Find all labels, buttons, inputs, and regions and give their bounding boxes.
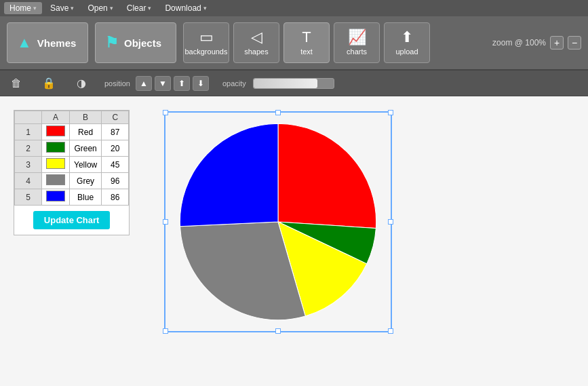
text-button[interactable]: T text — [283, 22, 330, 63]
col-header-a: A — [42, 111, 70, 124]
handle-middle-left[interactable] — [163, 219, 168, 225]
sub-toolbar: 🗑 🔒 ◑ position ▲ ▼ ⬆ ⬇ opacity — [0, 71, 588, 96]
menu-bar: Home ▾ Save ▾ Open ▾ Clear ▾ Download ▾ — [0, 0, 588, 16]
shapes-button[interactable]: ◁ shapes — [233, 22, 279, 63]
upload-icon: ⬆ — [401, 30, 413, 45]
pie-chart — [170, 117, 387, 327]
menu-save[interactable]: Save ▾ — [45, 2, 79, 14]
move-up-button[interactable]: ▲ — [136, 76, 152, 91]
opacity-label: opacity — [222, 79, 246, 88]
menu-open[interactable]: Open ▾ — [82, 2, 118, 14]
opacity-group: opacity — [222, 78, 334, 89]
col-header-b: B — [70, 111, 102, 124]
tool-buttons: ▭ backgrounds ◁ shapes T text 📈 charts ⬆… — [183, 22, 430, 63]
menu-home[interactable]: Home ▾ — [4, 2, 42, 14]
clear-arrow-icon: ▾ — [148, 5, 151, 12]
update-chart-button[interactable]: Update Chart — [33, 211, 111, 229]
data-table-container: A B C 1 Red 87 2 Green 20 3 Yellow 45 4 … — [14, 110, 130, 235]
label-cell[interactable]: Red — [70, 124, 102, 140]
delete-icon[interactable]: 🗑 — [7, 74, 26, 93]
zoom-label: zoom @ 100% — [492, 38, 546, 47]
handle-bottom-center[interactable] — [275, 328, 281, 334]
canvas-area[interactable]: A B C 1 Red 87 2 Green 20 3 Yellow 45 4 … — [0, 96, 588, 386]
color-swatch — [46, 142, 65, 153]
position-group: position ▲ ▼ ⬆ ⬇ — [104, 76, 209, 91]
label-cell[interactable]: Yellow — [70, 157, 102, 173]
save-arrow-icon: ▾ — [71, 5, 74, 12]
layers-icon[interactable]: ◑ — [72, 74, 91, 93]
backgrounds-button[interactable]: ▭ backgrounds — [183, 22, 229, 63]
shapes-icon: ◁ — [251, 30, 262, 45]
charts-button[interactable]: 📈 charts — [334, 22, 380, 63]
menu-download[interactable]: Download ▾ — [159, 2, 212, 14]
row-num: 2 — [15, 140, 42, 157]
backgrounds-icon: ▭ — [199, 30, 214, 45]
color-swatch — [46, 158, 65, 169]
color-swatch — [46, 191, 65, 201]
home-arrow-icon: ▾ — [33, 5, 37, 12]
main-content: A B C 1 Red 87 2 Green 20 3 Yellow 45 4 … — [0, 96, 588, 386]
col-header-empty — [15, 111, 42, 124]
value-cell[interactable]: 87 — [102, 124, 129, 140]
chart-container[interactable] — [170, 117, 387, 327]
value-cell[interactable]: 86 — [102, 189, 129, 206]
col-header-c: C — [102, 111, 129, 124]
zoom-area: zoom @ 100% + − — [492, 36, 581, 50]
download-arrow-icon: ▾ — [203, 5, 207, 12]
color-swatch — [46, 126, 65, 136]
menu-clear[interactable]: Clear ▾ — [121, 2, 157, 14]
charts-icon: 📈 — [348, 30, 366, 45]
color-cell[interactable] — [42, 157, 70, 173]
row-num: 5 — [15, 189, 42, 206]
color-swatch — [46, 174, 65, 185]
color-cell[interactable] — [42, 124, 70, 140]
table-row: 2 Green 20 — [15, 140, 129, 157]
label-cell[interactable]: Grey — [70, 173, 102, 189]
handle-top-right[interactable] — [388, 110, 393, 115]
color-cell[interactable] — [42, 140, 70, 157]
value-cell[interactable]: 45 — [102, 157, 129, 173]
lock-icon[interactable]: 🔒 — [39, 74, 58, 93]
table-row: 4 Grey 96 — [15, 173, 129, 189]
move-bottom-button[interactable]: ⬇ — [193, 76, 209, 91]
objects-icon: ⚑ — [105, 34, 119, 52]
handle-top-center[interactable] — [275, 110, 281, 115]
value-cell[interactable]: 96 — [102, 173, 129, 189]
handle-middle-right[interactable] — [388, 219, 393, 225]
opacity-slider[interactable] — [253, 78, 334, 89]
zoom-in-button[interactable]: + — [550, 36, 564, 50]
label-cell[interactable]: Blue — [70, 189, 102, 206]
pie-segment[interactable] — [180, 123, 278, 226]
label-cell[interactable]: Green — [70, 140, 102, 157]
data-table: A B C 1 Red 87 2 Green 20 3 Yellow 45 4 … — [14, 111, 129, 206]
table-row: 3 Yellow 45 — [15, 157, 129, 173]
upload-button[interactable]: ⬆ upload — [384, 22, 430, 63]
value-cell[interactable]: 20 — [102, 140, 129, 157]
pie-segment[interactable] — [278, 123, 376, 228]
position-label: position — [104, 79, 130, 88]
opacity-fill — [254, 79, 317, 88]
row-num: 3 — [15, 157, 42, 173]
zoom-out-button[interactable]: − — [568, 36, 581, 50]
table-row: 1 Red 87 — [15, 124, 129, 140]
handle-bottom-left[interactable] — [163, 328, 168, 334]
vhemes-button[interactable]: ▲ Vhemes — [7, 22, 88, 63]
row-num: 1 — [15, 124, 42, 140]
color-cell[interactable] — [42, 189, 70, 206]
objects-button[interactable]: ⚑ Objects — [95, 22, 176, 63]
row-num: 4 — [15, 173, 42, 189]
vhemes-icon: ▲ — [17, 34, 32, 52]
handle-bottom-right[interactable] — [388, 328, 393, 334]
move-top-button[interactable]: ⬆ — [174, 76, 190, 91]
color-cell[interactable] — [42, 173, 70, 189]
text-icon: T — [302, 30, 311, 45]
open-arrow-icon: ▾ — [110, 5, 113, 12]
main-toolbar: ▲ Vhemes ⚑ Objects ▭ backgrounds ◁ shape… — [0, 16, 588, 71]
move-down-button[interactable]: ▼ — [155, 76, 171, 91]
table-row: 5 Blue 86 — [15, 189, 129, 206]
handle-top-left[interactable] — [163, 110, 168, 115]
